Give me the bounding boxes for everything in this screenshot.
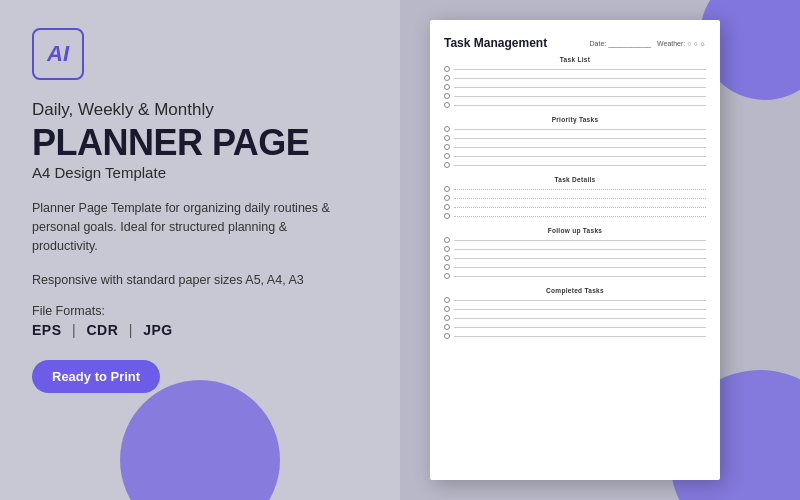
line xyxy=(454,327,706,328)
date-label: Date: ___________ xyxy=(590,40,652,47)
line xyxy=(454,336,706,337)
completed-line-4 xyxy=(444,324,706,330)
section-priority-tasks: Priority Tasks xyxy=(444,116,706,168)
ai-logo: AI xyxy=(32,28,84,80)
deco-circle-bottom-left xyxy=(120,380,280,500)
line xyxy=(454,69,706,70)
priority-line-2 xyxy=(444,135,706,141)
task-list-line-5 xyxy=(444,102,706,108)
left-panel: AI Daily, Weekly & Monthly Planner Page … xyxy=(0,0,400,500)
circle xyxy=(444,93,450,99)
followup-line-3 xyxy=(444,255,706,261)
followup-line-4 xyxy=(444,264,706,270)
followup-line-2 xyxy=(444,246,706,252)
doc-title: Task Management xyxy=(444,36,547,50)
subtitle: Daily, Weekly & Monthly xyxy=(32,98,368,122)
line xyxy=(454,78,706,79)
formats-label: File Formats: xyxy=(32,304,368,318)
circle xyxy=(444,144,450,150)
priority-line-3 xyxy=(444,144,706,150)
circle xyxy=(444,66,450,72)
circle xyxy=(444,135,450,141)
circle xyxy=(444,315,450,321)
main-title: Planner Page xyxy=(32,124,368,162)
priority-line-1 xyxy=(444,126,706,132)
details-line-1 xyxy=(444,186,706,192)
task-list-line-2 xyxy=(444,75,706,81)
priority-line-4 xyxy=(444,153,706,159)
followup-line-1 xyxy=(444,237,706,243)
section-title-details: Task Details xyxy=(444,176,706,183)
line xyxy=(454,147,706,148)
line xyxy=(454,189,706,190)
task-list-line-3 xyxy=(444,84,706,90)
line xyxy=(454,156,706,157)
line xyxy=(454,258,706,259)
circle xyxy=(444,186,450,192)
line xyxy=(454,138,706,139)
circle xyxy=(444,213,450,219)
document-preview: Task Management Date: ___________ Weathe… xyxy=(430,20,720,480)
separator-2: | xyxy=(129,322,133,338)
task-list-line-1 xyxy=(444,66,706,72)
line xyxy=(454,267,706,268)
details-line-2 xyxy=(444,195,706,201)
completed-line-1 xyxy=(444,297,706,303)
circle xyxy=(444,153,450,159)
circle xyxy=(444,75,450,81)
circle xyxy=(444,84,450,90)
circle xyxy=(444,306,450,312)
line xyxy=(454,87,706,88)
line xyxy=(454,165,706,166)
sizes-info: Responsive with standard paper sizes A5,… xyxy=(32,271,368,290)
format-cdr: CDR xyxy=(86,322,118,338)
line xyxy=(454,96,706,97)
line xyxy=(454,309,706,310)
priority-line-5 xyxy=(444,162,706,168)
details-line-4 xyxy=(444,213,706,219)
section-task-details: Task Details xyxy=(444,176,706,219)
circle xyxy=(444,102,450,108)
circle xyxy=(444,297,450,303)
doc-meta: Date: ___________ Weather: ○ ○ ☼ xyxy=(590,40,706,47)
section-title-completed: Completed Tasks xyxy=(444,287,706,294)
section-title-task-list: Task List xyxy=(444,56,706,63)
line xyxy=(454,216,706,217)
separator-1: | xyxy=(72,322,76,338)
circle xyxy=(444,333,450,339)
weather-label: Weather: ○ ○ ☼ xyxy=(657,40,706,47)
circle xyxy=(444,162,450,168)
description-text: Planner Page Template for organizing dai… xyxy=(32,199,352,257)
line xyxy=(454,105,706,106)
circle xyxy=(444,264,450,270)
circle xyxy=(444,246,450,252)
ai-logo-text: AI xyxy=(47,41,69,67)
format-eps: EPS xyxy=(32,322,62,338)
line xyxy=(454,240,706,241)
section-title-priority: Priority Tasks xyxy=(444,116,706,123)
section-title-followup: Follow up Tasks xyxy=(444,227,706,234)
ready-to-print-button[interactable]: Ready to Print xyxy=(32,360,160,393)
design-template-label: A4 Design Template xyxy=(32,164,368,181)
circle xyxy=(444,273,450,279)
line xyxy=(454,129,706,130)
circle xyxy=(444,204,450,210)
section-completed-tasks: Completed Tasks xyxy=(444,287,706,339)
details-line-3 xyxy=(444,204,706,210)
circle xyxy=(444,324,450,330)
line xyxy=(454,249,706,250)
right-panel: Task Management Date: ___________ Weathe… xyxy=(400,0,800,500)
followup-line-5 xyxy=(444,273,706,279)
formats-list: EPS | CDR | JPG xyxy=(32,322,368,338)
line xyxy=(454,300,706,301)
completed-line-2 xyxy=(444,306,706,312)
line xyxy=(454,318,706,319)
circle xyxy=(444,195,450,201)
circle xyxy=(444,255,450,261)
format-jpg: JPG xyxy=(143,322,173,338)
completed-line-3 xyxy=(444,315,706,321)
section-task-list: Task List xyxy=(444,56,706,108)
completed-line-5 xyxy=(444,333,706,339)
section-followup-tasks: Follow up Tasks xyxy=(444,227,706,279)
circle xyxy=(444,126,450,132)
